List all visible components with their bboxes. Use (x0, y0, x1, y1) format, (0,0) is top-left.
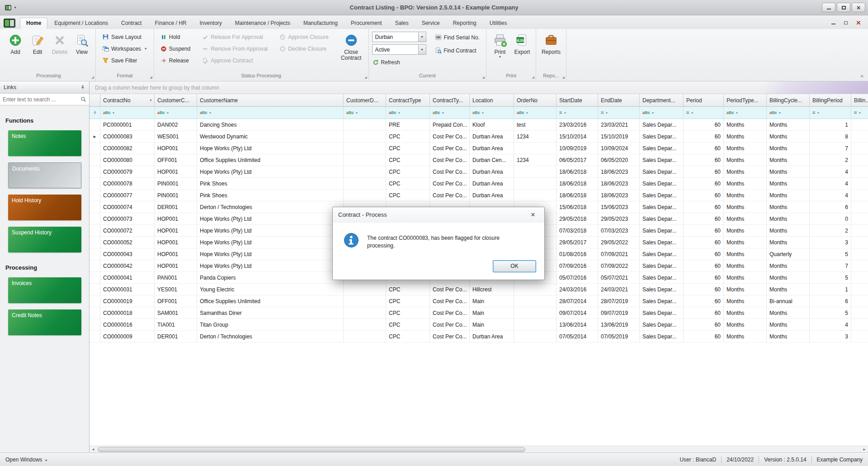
grid-cell[interactable]: 4 (810, 166, 851, 178)
grid-cell[interactable]: Sales Depar... (640, 131, 684, 143)
abc-filter-icon[interactable]: aBc (433, 111, 440, 115)
grid-cell[interactable] (344, 119, 386, 131)
grid-cell[interactable]: CO0000016 (100, 319, 155, 331)
save-filter-button[interactable]: Save Filter (99, 55, 140, 66)
grid-cell[interactable]: Sales Depar... (640, 319, 684, 331)
grid-cell[interactable]: Sales Depar... (640, 237, 684, 248)
grid-cell[interactable]: DAN002 (155, 119, 197, 131)
tab-equipment-locations[interactable]: Equipment / Locations (48, 18, 114, 29)
grid-cell[interactable]: 07/09/2022 (598, 260, 640, 272)
grid-cell[interactable] (851, 213, 868, 225)
grid-cell[interactable]: 60 (684, 237, 724, 248)
tab-home[interactable]: Home (20, 18, 47, 29)
grid-cell[interactable]: 18/06/2018 (557, 166, 598, 178)
filter-dropdown-icon[interactable]: ▼ (651, 111, 655, 114)
horizontal-scrollbar[interactable]: ◄ ► (90, 446, 868, 452)
sidebar-item-hold-history[interactable]: Hold History (8, 195, 81, 220)
tab-inventory[interactable]: Inventory (193, 18, 228, 29)
equals-filter-icon[interactable]: = (601, 110, 604, 115)
abc-filter-icon[interactable]: aBc (157, 111, 165, 115)
table-row[interactable]: CO0000079HOP001Hope Works (Pty) LtdCPCCo… (90, 166, 868, 178)
grid-cell[interactable]: 13/06/2019 (598, 319, 640, 331)
grid-cell[interactable]: 28/07/2019 (598, 295, 640, 307)
abc-filter-icon[interactable]: aBc (389, 111, 396, 115)
grid-cell[interactable]: Sales Depar... (640, 260, 684, 272)
grid-cell[interactable] (514, 319, 557, 331)
table-row[interactable]: CO0000031YES001Young ElectricCPCCost Per… (90, 284, 868, 295)
grid-cell[interactable]: 60 (684, 143, 724, 154)
grid-cell[interactable] (851, 154, 868, 166)
filter-dropdown-icon[interactable]: ▼ (605, 111, 608, 114)
grid-cell[interactable] (344, 131, 386, 143)
grid-cell[interactable]: 8 (810, 131, 851, 143)
filter-dropdown-icon[interactable]: ▼ (398, 111, 401, 114)
tab-sales[interactable]: Sales (389, 18, 415, 29)
abc-filter-icon[interactable]: aBc (103, 111, 111, 115)
grid-cell[interactable]: 07/09/2016 (557, 260, 598, 272)
grid-cell[interactable]: 07/05/2019 (598, 331, 640, 342)
grid-cell[interactable] (851, 307, 868, 319)
grid-cell[interactable]: Sales Depar... (640, 307, 684, 319)
column-header-periodtype[interactable]: PeriodType... (724, 94, 767, 107)
grid-cell[interactable]: Hope Works (Pty) Ltd (197, 260, 344, 272)
grid-cell[interactable]: Months (767, 331, 810, 342)
grid-cell[interactable]: Sales Depar... (640, 331, 684, 342)
grid-cell[interactable]: 60 (684, 260, 724, 272)
grid-cell[interactable] (851, 260, 868, 272)
child-minimize-button[interactable] (828, 19, 838, 26)
grid-cell[interactable]: Months (767, 119, 810, 131)
grid-cell[interactable]: Cost Per Co... (430, 131, 470, 143)
grid-cell[interactable]: CO0000074 (100, 201, 155, 213)
column-header-department[interactable]: Department... (640, 94, 684, 107)
column-header-startdate[interactable]: StartDate (557, 94, 598, 107)
grid-cell[interactable]: Pink Shoes (197, 190, 344, 201)
grid-cell[interactable]: 2 (810, 225, 851, 237)
grid-cell[interactable] (851, 119, 868, 131)
grid-cell[interactable]: Dancing Shoes (197, 119, 344, 131)
grid-cell[interactable]: Months (724, 260, 767, 272)
grid-cell[interactable]: Cost Per Co... (430, 331, 470, 342)
group-dialog-launcher-icon[interactable]: ◢ (532, 76, 534, 79)
grid-cell[interactable]: HOP001 (155, 166, 197, 178)
grid-cell[interactable]: Hope Works (Pty) Ltd (197, 225, 344, 237)
grid-cell[interactable]: 5 (810, 272, 851, 284)
column-header-customerd[interactable]: CustomerD... (344, 94, 386, 107)
grid-cell[interactable]: Months (767, 143, 810, 154)
grid-cell[interactable]: Cost Per Co... (430, 178, 470, 190)
grid-cell[interactable]: 18/06/2018 (557, 190, 598, 201)
tab-utilities[interactable]: Utilities (483, 18, 514, 29)
grid-cell[interactable]: Young Electric (197, 284, 344, 295)
grid-cell[interactable]: HOP001 (155, 260, 197, 272)
grid-cell[interactable]: 3 (810, 331, 851, 342)
grid-cell[interactable]: Westwood Dynamic (197, 131, 344, 143)
grid-cell[interactable]: Kloof (470, 119, 514, 131)
equals-filter-icon[interactable]: = (812, 110, 815, 115)
sidebar-item-invoices[interactable]: Invoices (8, 277, 81, 303)
grid-cell[interactable]: 07/03/2018 (557, 225, 598, 237)
grid-cell[interactable]: Months (767, 307, 810, 319)
grid-cell[interactable]: 0 (810, 213, 851, 225)
grid-cell[interactable]: 1234 (514, 131, 557, 143)
grid-cell[interactable]: Months (724, 190, 767, 201)
table-row[interactable]: CO0000078PIN0001Pink ShoesCPCCost Per Co… (90, 178, 868, 190)
tab-reporting[interactable]: Reporting (447, 18, 483, 29)
grid-cell[interactable]: PIN0001 (155, 190, 197, 201)
grid-cell[interactable]: Months (724, 272, 767, 284)
grid-cell[interactable] (851, 237, 868, 248)
view-button[interactable]: View (71, 31, 92, 69)
grid-cell[interactable]: Panda Copiers (197, 272, 344, 284)
grid-cell[interactable]: 7 (810, 260, 851, 272)
grid-cell[interactable]: Months (724, 178, 767, 190)
grid-cell[interactable]: Durban Cen... (470, 154, 514, 166)
pin-icon[interactable] (80, 84, 85, 90)
grid-cell[interactable]: Hope Works (Pty) Ltd (197, 237, 344, 248)
grid-cell[interactable]: Samanthas Diner (197, 307, 344, 319)
grid-cell[interactable]: 4 (810, 190, 851, 201)
grid-cell[interactable] (851, 272, 868, 284)
grid-cell[interactable]: HOP001 (155, 143, 197, 154)
grid-cell[interactable]: Sales Depar... (640, 201, 684, 213)
grid-cell[interactable]: Months (767, 166, 810, 178)
column-header-period[interactable]: Period (684, 94, 724, 107)
dialog-title-bar[interactable]: Contract - Process ✕ (333, 207, 544, 223)
grid-cell[interactable]: Cost Per Co... (430, 295, 470, 307)
